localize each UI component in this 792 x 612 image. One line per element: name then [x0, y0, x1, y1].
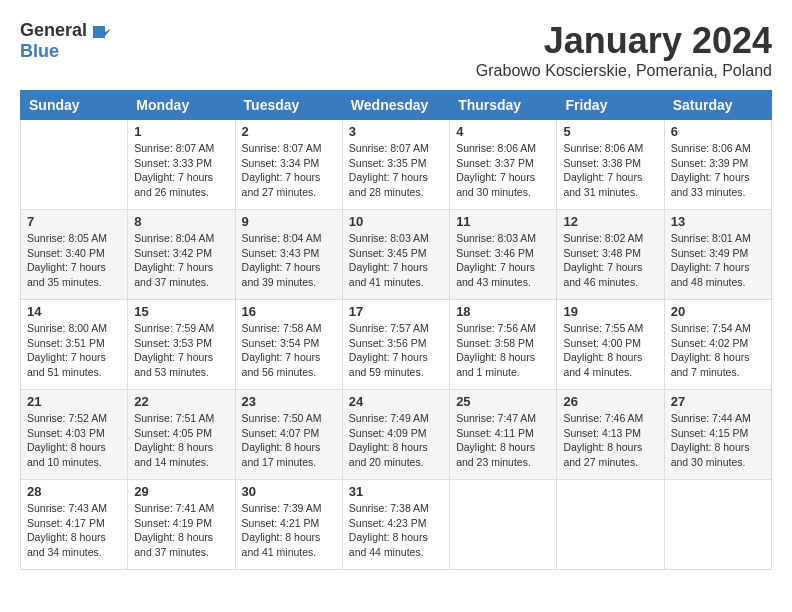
day-number: 21: [27, 394, 121, 409]
header-tuesday: Tuesday: [235, 91, 342, 120]
table-row: 21Sunrise: 7:52 AMSunset: 4:03 PMDayligh…: [21, 390, 128, 480]
table-row: [557, 480, 664, 570]
calendar-week-row: 14Sunrise: 8:00 AMSunset: 3:51 PMDayligh…: [21, 300, 772, 390]
day-number: 9: [242, 214, 336, 229]
day-info: Sunrise: 7:58 AMSunset: 3:54 PMDaylight:…: [242, 321, 336, 380]
day-info: Sunrise: 7:55 AMSunset: 4:00 PMDaylight:…: [563, 321, 657, 380]
day-number: 2: [242, 124, 336, 139]
day-info: Sunrise: 8:06 AMSunset: 3:38 PMDaylight:…: [563, 141, 657, 200]
table-row: 2Sunrise: 8:07 AMSunset: 3:34 PMDaylight…: [235, 120, 342, 210]
day-number: 31: [349, 484, 443, 499]
location-title: Grabowo Koscierskie, Pomerania, Poland: [476, 62, 772, 80]
table-row: 11Sunrise: 8:03 AMSunset: 3:46 PMDayligh…: [450, 210, 557, 300]
day-number: 4: [456, 124, 550, 139]
table-row: 15Sunrise: 7:59 AMSunset: 3:53 PMDayligh…: [128, 300, 235, 390]
day-info: Sunrise: 8:04 AMSunset: 3:42 PMDaylight:…: [134, 231, 228, 290]
day-info: Sunrise: 7:52 AMSunset: 4:03 PMDaylight:…: [27, 411, 121, 470]
table-row: 25Sunrise: 7:47 AMSunset: 4:11 PMDayligh…: [450, 390, 557, 480]
day-info: Sunrise: 7:46 AMSunset: 4:13 PMDaylight:…: [563, 411, 657, 470]
day-number: 26: [563, 394, 657, 409]
table-row: 18Sunrise: 7:56 AMSunset: 3:58 PMDayligh…: [450, 300, 557, 390]
day-number: 14: [27, 304, 121, 319]
header-friday: Friday: [557, 91, 664, 120]
logo: General Blue: [20, 20, 109, 62]
day-number: 18: [456, 304, 550, 319]
month-title: January 2024: [476, 20, 772, 62]
table-row: 14Sunrise: 8:00 AMSunset: 3:51 PMDayligh…: [21, 300, 128, 390]
day-info: Sunrise: 7:54 AMSunset: 4:02 PMDaylight:…: [671, 321, 765, 380]
table-row: [664, 480, 771, 570]
day-number: 13: [671, 214, 765, 229]
table-row: 31Sunrise: 7:38 AMSunset: 4:23 PMDayligh…: [342, 480, 449, 570]
header-monday: Monday: [128, 91, 235, 120]
day-number: 12: [563, 214, 657, 229]
table-row: 26Sunrise: 7:46 AMSunset: 4:13 PMDayligh…: [557, 390, 664, 480]
table-row: 12Sunrise: 8:02 AMSunset: 3:48 PMDayligh…: [557, 210, 664, 300]
day-info: Sunrise: 7:39 AMSunset: 4:21 PMDaylight:…: [242, 501, 336, 560]
day-number: 22: [134, 394, 228, 409]
table-row: 23Sunrise: 7:50 AMSunset: 4:07 PMDayligh…: [235, 390, 342, 480]
table-row: 17Sunrise: 7:57 AMSunset: 3:56 PMDayligh…: [342, 300, 449, 390]
table-row: 9Sunrise: 8:04 AMSunset: 3:43 PMDaylight…: [235, 210, 342, 300]
logo-general-text: General: [20, 20, 87, 41]
table-row: 27Sunrise: 7:44 AMSunset: 4:15 PMDayligh…: [664, 390, 771, 480]
table-row: 6Sunrise: 8:06 AMSunset: 3:39 PMDaylight…: [664, 120, 771, 210]
day-number: 25: [456, 394, 550, 409]
header-wednesday: Wednesday: [342, 91, 449, 120]
day-number: 1: [134, 124, 228, 139]
table-row: 1Sunrise: 8:07 AMSunset: 3:33 PMDaylight…: [128, 120, 235, 210]
day-info: Sunrise: 8:03 AMSunset: 3:46 PMDaylight:…: [456, 231, 550, 290]
day-number: 10: [349, 214, 443, 229]
day-number: 15: [134, 304, 228, 319]
day-info: Sunrise: 7:51 AMSunset: 4:05 PMDaylight:…: [134, 411, 228, 470]
day-number: 16: [242, 304, 336, 319]
calendar-header-row: Sunday Monday Tuesday Wednesday Thursday…: [21, 91, 772, 120]
day-number: 11: [456, 214, 550, 229]
day-info: Sunrise: 7:57 AMSunset: 3:56 PMDaylight:…: [349, 321, 443, 380]
day-info: Sunrise: 8:06 AMSunset: 3:39 PMDaylight:…: [671, 141, 765, 200]
table-row: 5Sunrise: 8:06 AMSunset: 3:38 PMDaylight…: [557, 120, 664, 210]
logo-blue-text: Blue: [20, 41, 59, 62]
day-info: Sunrise: 8:04 AMSunset: 3:43 PMDaylight:…: [242, 231, 336, 290]
day-number: 6: [671, 124, 765, 139]
day-info: Sunrise: 8:07 AMSunset: 3:33 PMDaylight:…: [134, 141, 228, 200]
table-row: 28Sunrise: 7:43 AMSunset: 4:17 PMDayligh…: [21, 480, 128, 570]
title-section: January 2024 Grabowo Koscierskie, Pomera…: [476, 20, 772, 80]
header: General Blue January 2024 Grabowo Koscie…: [20, 20, 772, 80]
table-row: 13Sunrise: 8:01 AMSunset: 3:49 PMDayligh…: [664, 210, 771, 300]
day-info: Sunrise: 7:44 AMSunset: 4:15 PMDaylight:…: [671, 411, 765, 470]
day-number: 28: [27, 484, 121, 499]
day-info: Sunrise: 8:00 AMSunset: 3:51 PMDaylight:…: [27, 321, 121, 380]
day-number: 24: [349, 394, 443, 409]
svg-marker-0: [93, 26, 111, 38]
table-row: 8Sunrise: 8:04 AMSunset: 3:42 PMDaylight…: [128, 210, 235, 300]
day-number: 5: [563, 124, 657, 139]
day-info: Sunrise: 8:02 AMSunset: 3:48 PMDaylight:…: [563, 231, 657, 290]
day-number: 29: [134, 484, 228, 499]
day-number: 17: [349, 304, 443, 319]
day-info: Sunrise: 8:07 AMSunset: 3:35 PMDaylight:…: [349, 141, 443, 200]
day-info: Sunrise: 8:07 AMSunset: 3:34 PMDaylight:…: [242, 141, 336, 200]
table-row: 16Sunrise: 7:58 AMSunset: 3:54 PMDayligh…: [235, 300, 342, 390]
table-row: [450, 480, 557, 570]
logo-icon: [91, 22, 111, 42]
calendar-week-row: 21Sunrise: 7:52 AMSunset: 4:03 PMDayligh…: [21, 390, 772, 480]
day-number: 23: [242, 394, 336, 409]
day-number: 7: [27, 214, 121, 229]
day-info: Sunrise: 7:49 AMSunset: 4:09 PMDaylight:…: [349, 411, 443, 470]
table-row: 30Sunrise: 7:39 AMSunset: 4:21 PMDayligh…: [235, 480, 342, 570]
table-row: [21, 120, 128, 210]
day-info: Sunrise: 7:59 AMSunset: 3:53 PMDaylight:…: [134, 321, 228, 380]
day-info: Sunrise: 8:05 AMSunset: 3:40 PMDaylight:…: [27, 231, 121, 290]
day-info: Sunrise: 8:06 AMSunset: 3:37 PMDaylight:…: [456, 141, 550, 200]
day-info: Sunrise: 7:38 AMSunset: 4:23 PMDaylight:…: [349, 501, 443, 560]
day-number: 30: [242, 484, 336, 499]
table-row: 24Sunrise: 7:49 AMSunset: 4:09 PMDayligh…: [342, 390, 449, 480]
calendar-week-row: 1Sunrise: 8:07 AMSunset: 3:33 PMDaylight…: [21, 120, 772, 210]
day-info: Sunrise: 7:56 AMSunset: 3:58 PMDaylight:…: [456, 321, 550, 380]
table-row: 20Sunrise: 7:54 AMSunset: 4:02 PMDayligh…: [664, 300, 771, 390]
day-info: Sunrise: 7:43 AMSunset: 4:17 PMDaylight:…: [27, 501, 121, 560]
table-row: 10Sunrise: 8:03 AMSunset: 3:45 PMDayligh…: [342, 210, 449, 300]
table-row: 29Sunrise: 7:41 AMSunset: 4:19 PMDayligh…: [128, 480, 235, 570]
table-row: 22Sunrise: 7:51 AMSunset: 4:05 PMDayligh…: [128, 390, 235, 480]
